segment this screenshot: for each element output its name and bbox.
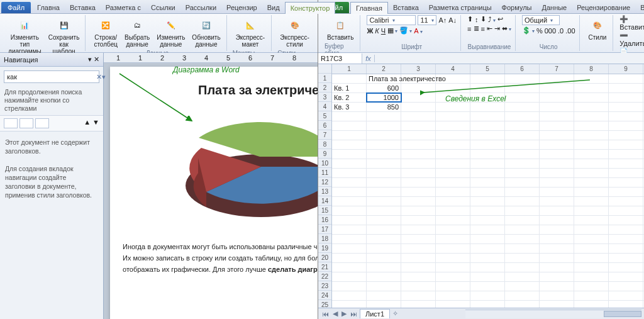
tab-review[interactable]: Рецензир [221, 2, 262, 13]
delete-cells-button[interactable]: ➖ Удалить [619, 31, 644, 47]
indent-inc-icon[interactable]: ⇥ [494, 25, 500, 33]
refresh-data-button[interactable]: 🔄Обновить данные [189, 15, 223, 50]
tab-home-excel[interactable]: Главная [350, 2, 388, 14]
tab-view[interactable]: Вид [262, 2, 285, 13]
table-row[interactable]: Плата за электричество [332, 74, 644, 84]
tab-view-excel[interactable]: Вид [635, 2, 644, 13]
font-size-select[interactable]: 11 [418, 15, 436, 25]
table-row[interactable] [332, 235, 644, 244]
align-top-icon[interactable]: ⬆ [467, 15, 473, 23]
document-page[interactable]: Диаграмма в Word Плата за электричество [110, 67, 318, 319]
quick-styles-button[interactable]: 🎨Экспресс-стили [277, 15, 312, 50]
table-row[interactable] [332, 178, 644, 187]
number-format-select[interactable]: Общий [522, 15, 560, 25]
nav-next-icon[interactable]: ▼ [92, 118, 99, 128]
sheet-nav-next-icon[interactable]: ▶ [340, 310, 348, 318]
align-mid-icon[interactable]: ↕ [475, 16, 479, 23]
align-right-icon[interactable]: ≡ [481, 25, 485, 33]
tab-insert-excel[interactable]: Вставка [388, 2, 424, 13]
font-color-button[interactable]: A [414, 27, 422, 35]
change-chart-type-button[interactable]: 📊Изменить тип диаграммы [6, 15, 44, 57]
table-row[interactable] [332, 131, 644, 140]
tab-layout[interactable]: Разметка с [101, 2, 146, 13]
h-scroll[interactable] [465, 310, 641, 318]
name-box[interactable]: R17C3 [318, 53, 362, 64]
table-row[interactable] [332, 244, 644, 254]
nav-tab-results[interactable] [35, 118, 49, 128]
italic-button[interactable]: К [375, 27, 379, 35]
new-sheet-icon[interactable]: ✧ [391, 310, 399, 318]
quick-layout-button[interactable]: 📐Экспресс-макет [233, 15, 269, 50]
table-row[interactable] [332, 282, 644, 291]
border-button[interactable]: ▦ [387, 26, 397, 35]
col-headers[interactable]: 123456789 [332, 64, 644, 74]
bold-button[interactable]: Ж [367, 27, 373, 35]
nav-search[interactable]: ✕ ▾ [4, 70, 99, 83]
tab-mailings[interactable]: Рассылки [180, 2, 221, 13]
table-row[interactable] [332, 121, 644, 131]
save-template-button[interactable]: 💾Сохранить как шаблон [46, 15, 82, 57]
horizontal-ruler[interactable]: 112345678 [104, 53, 318, 63]
align-center-icon[interactable]: ≣ [474, 25, 479, 33]
dec-dec-icon[interactable]: .00 [565, 27, 575, 35]
table-row[interactable] [332, 112, 644, 121]
table-row[interactable] [332, 225, 644, 235]
table-row[interactable] [332, 197, 644, 206]
sheet-tab-1[interactable]: Лист1 [360, 309, 390, 318]
table-row[interactable]: Кв. 3850 [332, 103, 644, 112]
table-row[interactable] [332, 254, 644, 263]
merge-button[interactable]: ⬌ [502, 25, 511, 33]
nav-tab-pages[interactable] [19, 118, 33, 128]
edit-data-button[interactable]: ✏️Изменить данные [154, 15, 187, 50]
nav-prev-icon[interactable]: ▲ [84, 118, 91, 128]
tab-home[interactable]: Главна [32, 2, 65, 13]
table-row[interactable] [332, 140, 644, 150]
nav-search-clear-icon[interactable]: ✕ [96, 71, 102, 82]
spreadsheet-grid[interactable]: 123456789 Плата за электричествоКв. 1600… [332, 64, 644, 308]
grow-font-icon[interactable]: A↑ [438, 16, 447, 24]
tab-formulas-excel[interactable]: Формулы [497, 2, 537, 13]
tab-design[interactable]: Конструктор [285, 2, 336, 14]
tab-data-excel[interactable]: Данные [536, 2, 572, 13]
table-row[interactable] [332, 206, 644, 216]
currency-icon[interactable]: 💲 [522, 26, 535, 35]
align-bot-icon[interactable]: ⬇ [480, 15, 486, 23]
nav-tab-headings[interactable] [4, 118, 18, 128]
fx-icon[interactable]: fx [362, 55, 375, 62]
tab-review-excel[interactable]: Рецензирование [572, 2, 635, 13]
table-row[interactable] [332, 263, 644, 272]
table-row[interactable] [332, 169, 644, 178]
nav-menu-icon[interactable]: ▾ ✕ [88, 55, 99, 64]
align-left-icon[interactable]: ≡ [467, 25, 471, 33]
wrap-text-button[interactable]: ↩ [497, 15, 503, 23]
shrink-font-icon[interactable]: A↓ [448, 16, 457, 24]
sheet-nav-first-icon[interactable]: ⏮ [321, 310, 330, 318]
table-row[interactable] [332, 291, 644, 301]
insert-cells-button[interactable]: ➕ Вставить [619, 15, 644, 31]
paste-button[interactable]: 📋Вставить [325, 15, 356, 43]
tab-file[interactable]: Файл [1, 2, 31, 13]
nav-search-input[interactable] [4, 71, 96, 82]
select-data-button[interactable]: 🗂Выбрать данные [122, 15, 152, 50]
formula-input[interactable] [375, 57, 644, 60]
percent-icon[interactable]: % [536, 27, 543, 35]
table-row[interactable] [332, 187, 644, 197]
switch-row-col-button[interactable]: 🔀Строка/столбец [91, 15, 120, 50]
sheet-nav-last-icon[interactable]: ⏭ [349, 310, 358, 318]
font-select[interactable]: Calibri [367, 15, 416, 25]
tab-links[interactable]: Ссылки [146, 2, 180, 13]
tab-pagelayout-excel[interactable]: Разметка страницы [424, 2, 497, 13]
table-row[interactable] [332, 216, 644, 225]
table-row[interactable] [332, 301, 644, 308]
tab-insert[interactable]: Вставка [65, 2, 101, 13]
styles-button[interactable]: 🎨Стили [586, 15, 609, 43]
sheet-nav-prev-icon[interactable]: ◀ [331, 310, 339, 318]
inc-dec-icon[interactable]: .0 [558, 27, 564, 35]
comma-icon[interactable]: 000 [545, 27, 556, 35]
row-headers[interactable]: 1234567891011121314151617181920212223242… [318, 64, 332, 308]
table-row[interactable] [332, 272, 644, 282]
indent-dec-icon[interactable]: ⇤ [487, 25, 492, 33]
table-row[interactable] [332, 159, 644, 169]
orientation-icon[interactable]: ⤴ [488, 16, 496, 23]
table-row[interactable]: Кв. 1600 [332, 84, 644, 93]
